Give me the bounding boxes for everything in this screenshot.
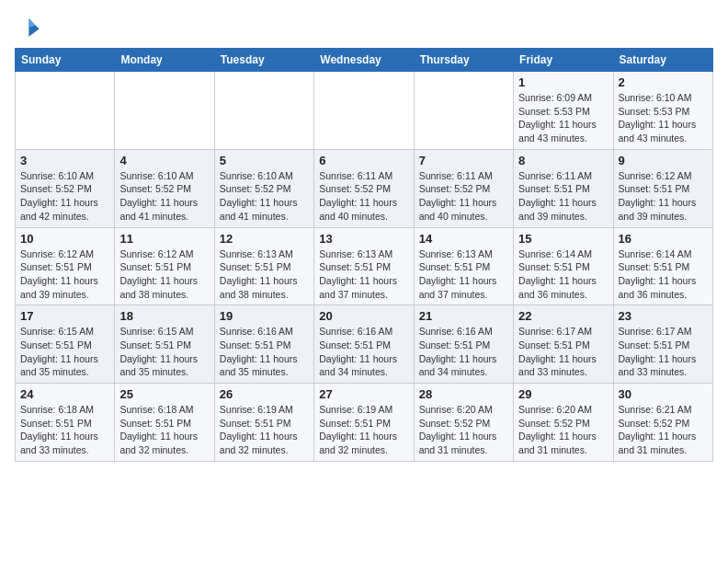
calendar-day-header: Friday — [514, 49, 613, 72]
calendar-week-row: 1Sunrise: 6:09 AM Sunset: 5:53 PM Daylig… — [16, 72, 713, 150]
day-info: Sunrise: 6:17 AM Sunset: 5:51 PM Dayligh… — [518, 325, 608, 379]
calendar-week-row: 10Sunrise: 6:12 AM Sunset: 5:51 PM Dayli… — [16, 227, 713, 305]
day-info: Sunrise: 6:10 AM Sunset: 5:52 PM Dayligh… — [20, 169, 109, 224]
day-info: Sunrise: 6:15 AM Sunset: 5:51 PM Dayligh… — [119, 325, 209, 379]
day-info: Sunrise: 6:13 AM Sunset: 5:51 PM Dayligh… — [220, 247, 309, 302]
day-number: 27 — [319, 387, 408, 401]
day-number: 24 — [20, 387, 109, 401]
calendar-day-cell: 11Sunrise: 6:12 AM Sunset: 5:51 PM Dayli… — [115, 227, 214, 305]
calendar-day-cell: 15Sunrise: 6:14 AM Sunset: 5:51 PM Dayli… — [514, 227, 613, 305]
calendar-day-cell — [214, 72, 313, 150]
day-info: Sunrise: 6:12 AM Sunset: 5:51 PM Dayligh… — [619, 169, 708, 224]
calendar-day-cell — [414, 72, 513, 150]
day-number: 23 — [619, 309, 708, 323]
calendar-day-cell: 27Sunrise: 6:19 AM Sunset: 5:51 PM Dayli… — [314, 384, 414, 462]
calendar-day-cell: 20Sunrise: 6:16 AM Sunset: 5:51 PM Dayli… — [314, 305, 414, 384]
calendar-day-cell: 29Sunrise: 6:20 AM Sunset: 5:52 PM Dayli… — [514, 384, 613, 462]
calendar-day-header: Sunday — [16, 49, 115, 72]
day-number: 7 — [419, 154, 508, 167]
day-info: Sunrise: 6:17 AM Sunset: 5:51 PM Dayligh… — [619, 325, 708, 379]
day-number: 30 — [619, 387, 708, 401]
calendar-day-cell: 10Sunrise: 6:12 AM Sunset: 5:51 PM Dayli… — [16, 227, 115, 305]
day-info: Sunrise: 6:19 AM Sunset: 5:51 PM Dayligh… — [319, 403, 408, 457]
day-info: Sunrise: 6:13 AM Sunset: 5:51 PM Dayligh… — [419, 247, 508, 302]
calendar-day-cell: 1Sunrise: 6:09 AM Sunset: 5:53 PM Daylig… — [514, 72, 613, 150]
calendar-day-cell — [314, 72, 414, 150]
calendar-day-cell: 5Sunrise: 6:10 AM Sunset: 5:52 PM Daylig… — [214, 149, 313, 227]
day-number: 15 — [518, 232, 608, 246]
calendar-day-cell: 19Sunrise: 6:16 AM Sunset: 5:51 PM Dayli… — [214, 305, 313, 384]
day-number: 20 — [319, 309, 408, 323]
day-number: 10 — [20, 232, 109, 246]
day-info: Sunrise: 6:13 AM Sunset: 5:51 PM Dayligh… — [319, 247, 408, 302]
calendar-day-header: Wednesday — [314, 49, 414, 72]
day-number: 29 — [518, 387, 608, 401]
day-number: 21 — [419, 309, 508, 323]
day-number: 13 — [319, 232, 408, 246]
day-number: 8 — [518, 154, 608, 167]
calendar-day-cell: 24Sunrise: 6:18 AM Sunset: 5:51 PM Dayli… — [16, 384, 115, 462]
day-number: 3 — [20, 154, 109, 167]
day-number: 26 — [220, 387, 309, 401]
calendar-week-row: 24Sunrise: 6:18 AM Sunset: 5:51 PM Dayli… — [16, 384, 713, 462]
day-info: Sunrise: 6:14 AM Sunset: 5:51 PM Dayligh… — [619, 247, 708, 302]
calendar-day-cell: 18Sunrise: 6:15 AM Sunset: 5:51 PM Dayli… — [115, 305, 214, 384]
calendar-day-cell: 22Sunrise: 6:17 AM Sunset: 5:51 PM Dayli… — [514, 305, 613, 384]
logo-icon — [15, 15, 40, 40]
day-number: 25 — [119, 387, 209, 401]
calendar-week-row: 17Sunrise: 6:15 AM Sunset: 5:51 PM Dayli… — [16, 305, 713, 384]
calendar-header-row: SundayMondayTuesdayWednesdayThursdayFrid… — [16, 49, 713, 72]
day-info: Sunrise: 6:12 AM Sunset: 5:51 PM Dayligh… — [20, 247, 109, 302]
calendar-day-cell: 6Sunrise: 6:11 AM Sunset: 5:52 PM Daylig… — [314, 149, 414, 227]
calendar-day-header: Tuesday — [214, 49, 313, 72]
day-number: 6 — [319, 154, 408, 167]
calendar-day-cell: 21Sunrise: 6:16 AM Sunset: 5:51 PM Dayli… — [414, 305, 513, 384]
calendar-day-cell: 12Sunrise: 6:13 AM Sunset: 5:51 PM Dayli… — [214, 227, 313, 305]
day-number: 18 — [119, 309, 209, 323]
day-number: 28 — [419, 387, 508, 401]
day-number: 16 — [619, 232, 708, 246]
calendar-day-cell: 23Sunrise: 6:17 AM Sunset: 5:51 PM Dayli… — [613, 305, 712, 384]
day-number: 5 — [220, 154, 309, 167]
day-info: Sunrise: 6:20 AM Sunset: 5:52 PM Dayligh… — [518, 403, 608, 457]
day-number: 14 — [419, 232, 508, 246]
day-info: Sunrise: 6:20 AM Sunset: 5:52 PM Dayligh… — [419, 403, 508, 457]
day-number: 2 — [619, 75, 708, 89]
day-info: Sunrise: 6:12 AM Sunset: 5:51 PM Dayligh… — [119, 247, 209, 302]
calendar-day-cell: 26Sunrise: 6:19 AM Sunset: 5:51 PM Dayli… — [214, 384, 313, 462]
day-info: Sunrise: 6:19 AM Sunset: 5:51 PM Dayligh… — [220, 403, 309, 457]
day-info: Sunrise: 6:16 AM Sunset: 5:51 PM Dayligh… — [419, 325, 508, 379]
day-info: Sunrise: 6:11 AM Sunset: 5:51 PM Dayligh… — [518, 169, 608, 224]
day-info: Sunrise: 6:11 AM Sunset: 5:52 PM Dayligh… — [419, 169, 508, 224]
calendar-week-row: 3Sunrise: 6:10 AM Sunset: 5:52 PM Daylig… — [16, 149, 713, 227]
day-info: Sunrise: 6:10 AM Sunset: 5:52 PM Dayligh… — [220, 169, 309, 224]
page-header — [15, 15, 713, 40]
day-number: 19 — [220, 309, 309, 323]
day-info: Sunrise: 6:18 AM Sunset: 5:51 PM Dayligh… — [20, 403, 109, 457]
day-info: Sunrise: 6:15 AM Sunset: 5:51 PM Dayligh… — [20, 325, 109, 379]
day-info: Sunrise: 6:11 AM Sunset: 5:52 PM Dayligh… — [319, 169, 408, 224]
calendar-day-cell: 14Sunrise: 6:13 AM Sunset: 5:51 PM Dayli… — [414, 227, 513, 305]
day-info: Sunrise: 6:16 AM Sunset: 5:51 PM Dayligh… — [319, 325, 408, 379]
calendar-day-cell: 16Sunrise: 6:14 AM Sunset: 5:51 PM Dayli… — [613, 227, 712, 305]
calendar-day-cell — [115, 72, 214, 150]
calendar-table: SundayMondayTuesdayWednesdayThursdayFrid… — [15, 48, 713, 462]
calendar-day-cell: 9Sunrise: 6:12 AM Sunset: 5:51 PM Daylig… — [613, 149, 712, 227]
calendar-day-cell: 28Sunrise: 6:20 AM Sunset: 5:52 PM Dayli… — [414, 384, 513, 462]
day-info: Sunrise: 6:16 AM Sunset: 5:51 PM Dayligh… — [220, 325, 309, 379]
calendar-day-header: Saturday — [613, 49, 712, 72]
logo — [15, 15, 44, 40]
calendar-day-cell: 2Sunrise: 6:10 AM Sunset: 5:53 PM Daylig… — [613, 72, 712, 150]
calendar-day-cell — [16, 72, 115, 150]
day-info: Sunrise: 6:10 AM Sunset: 5:53 PM Dayligh… — [619, 91, 708, 145]
calendar-day-header: Thursday — [414, 49, 513, 72]
day-number: 1 — [518, 75, 608, 89]
calendar-day-cell: 7Sunrise: 6:11 AM Sunset: 5:52 PM Daylig… — [414, 149, 513, 227]
calendar-day-cell: 3Sunrise: 6:10 AM Sunset: 5:52 PM Daylig… — [16, 149, 115, 227]
calendar-day-cell: 17Sunrise: 6:15 AM Sunset: 5:51 PM Dayli… — [16, 305, 115, 384]
day-number: 12 — [220, 232, 309, 246]
day-number: 11 — [119, 232, 209, 246]
calendar-day-cell: 13Sunrise: 6:13 AM Sunset: 5:51 PM Dayli… — [314, 227, 414, 305]
day-number: 4 — [119, 154, 209, 167]
day-info: Sunrise: 6:09 AM Sunset: 5:53 PM Dayligh… — [518, 91, 608, 145]
